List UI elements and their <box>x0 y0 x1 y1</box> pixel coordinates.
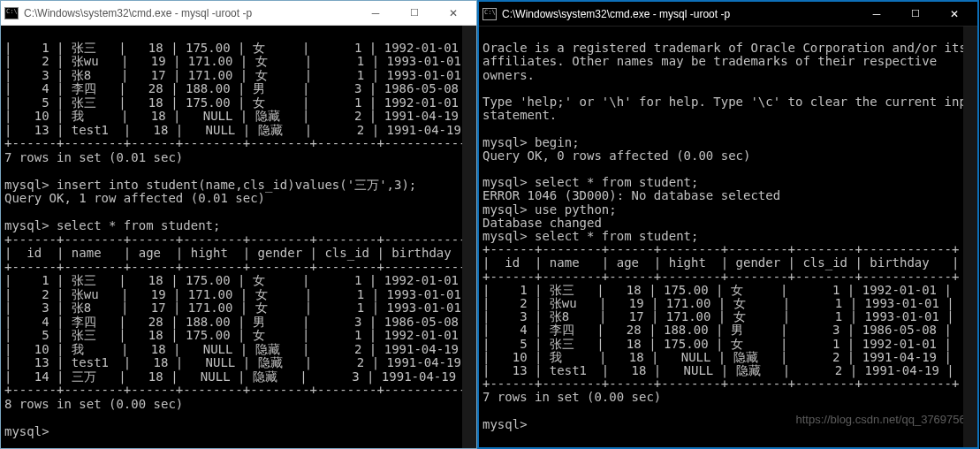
help-text: Type 'help;' or '\h' for help. Type '\c'… <box>482 95 977 109</box>
table-border: +------+--------+------+--------+-------… <box>4 136 476 150</box>
error-line: ERROR 1046 (3D000): No database selected <box>482 188 780 202</box>
close-button[interactable] <box>434 2 473 25</box>
banner-text: owners. <box>482 68 535 82</box>
table-row: | 4 | 李四 | 28 | 188.00 | 男 | 3 | 1986-05… <box>482 323 952 337</box>
maximize-button[interactable] <box>896 3 935 26</box>
table-row: | 13 | test1 | 18 | NULL | 隐藏 | 2 | 1991… <box>482 363 954 377</box>
table-border: +------+--------+------+--------+-------… <box>482 270 959 284</box>
minimize-button[interactable] <box>857 3 896 26</box>
query-ok: Query OK, 0 rows affected (0.00 sec) <box>482 148 750 163</box>
result-line: 8 rows in set (0.00 sec) <box>4 397 183 411</box>
table-border: +------+--------+------+--------+-------… <box>482 377 959 391</box>
terminal-window-left: C:\Windows\system32\cmd.exe - mysql -uro… <box>0 0 477 449</box>
window-title-right: C:\Windows\system32\cmd.exe - mysql -uro… <box>502 8 857 20</box>
watermark-text: https://blog.csdn.net/qq_37697566 <box>796 413 973 426</box>
query-ok: Query OK, 1 row affected (0.01 sec) <box>4 191 265 205</box>
help-text: statement. <box>482 108 557 122</box>
table-row: | 3 | 张8 | 17 | 171.00 | 女 | 1 | 1993-01… <box>4 68 476 82</box>
table-row: | 13 | test1 | 18 | NULL | 隐藏 | 2 | 1991… <box>4 123 476 137</box>
table-row: | 2 | 张wu | 19 | 171.00 | 女 | 1 | 1993-0… <box>4 287 476 301</box>
table-row: | 10 | 我 | 18 | NULL | 隐藏 | 2 | 1991-04-… <box>4 342 474 356</box>
sql-insert: mysql> insert into student(name,cls_id)v… <box>4 178 416 192</box>
window-controls-right <box>857 3 974 26</box>
window-controls-left <box>356 2 473 25</box>
table-row: | 3 | 张8 | 17 | 171.00 | 女 | 1 | 1993-01… <box>482 309 954 323</box>
terminal-output-right[interactable]: Oracle is a registered trademark of Orac… <box>479 27 977 447</box>
db-changed: Database changed <box>482 216 602 230</box>
table-row: | 1 | 张三 | 18 | 175.00 | 女 | 1 | 1992-01… <box>4 273 474 287</box>
titlebar-right[interactable]: C:\Windows\system32\cmd.exe - mysql -uro… <box>479 2 977 27</box>
table-row: | 4 | 李四 | 28 | 188.00 | 男 | 3 | 1986-05… <box>4 315 474 329</box>
result-line: 7 rows in set (0.00 sec) <box>482 390 661 404</box>
maximize-button[interactable] <box>395 2 434 25</box>
mysql-prompt: mysql> <box>482 417 528 431</box>
titlebar-left[interactable]: C:\Windows\system32\cmd.exe - mysql -uro… <box>1 1 476 26</box>
sql-select: mysql> select * from student; <box>482 175 698 189</box>
sql-select: mysql> select * from student; <box>482 229 698 243</box>
table-row: | 3 | 张8 | 17 | 171.00 | 女 | 1 | 1993-01… <box>4 301 476 315</box>
cmd-icon <box>4 7 19 19</box>
table-row: | 14 | 三万 | 18 | NULL | 隐藏 | 3 | 1991-04… <box>4 369 471 384</box>
table-border: +------+--------+------+--------+-------… <box>4 260 476 274</box>
table-row: | 1 | 张三 | 18 | 175.00 | 女 | 1 | 1992-01… <box>4 41 474 55</box>
close-button[interactable] <box>935 3 974 26</box>
table-border: +------+--------+------+--------+-------… <box>482 242 959 256</box>
scrollbar-vertical[interactable] <box>963 27 977 447</box>
table-border: +------+--------+------+--------+-------… <box>4 232 476 247</box>
scrollbar-vertical[interactable] <box>462 26 476 448</box>
result-line: 7 rows in set (0.01 sec) <box>4 150 183 164</box>
banner-text: affiliates. Other names may be trademark… <box>482 54 937 68</box>
table-row: | 5 | 张三 | 18 | 175.00 | 女 | 1 | 1992-01… <box>4 328 474 342</box>
table-row: | 1 | 张三 | 18 | 175.00 | 女 | 1 | 1992-01… <box>482 283 952 297</box>
mysql-prompt: mysql> <box>4 424 49 438</box>
table-row: | 13 | test1 | 18 | NULL | 隐藏 | 2 | 1991… <box>4 355 476 369</box>
sql-begin: mysql> begin; <box>482 135 580 149</box>
sql-select: mysql> select * from student; <box>4 218 220 232</box>
minimize-button[interactable] <box>356 2 395 25</box>
cmd-icon <box>482 8 497 20</box>
table-border: +------+--------+------+--------+-------… <box>4 383 476 397</box>
banner-text: Oracle is a registered trademark of Orac… <box>482 41 967 55</box>
table-row: | 10 | 我 | 18 | NULL | 隐藏 | 2 | 1991-04-… <box>482 350 952 364</box>
table-row: | 10 | 我 | 18 | NULL | 隐藏 | 2 | 1991-04-… <box>4 109 474 123</box>
terminal-window-right: C:\Windows\system32\cmd.exe - mysql -uro… <box>477 0 979 449</box>
table-header: | id | name | age | hight | gender | cls… <box>4 246 476 260</box>
window-title-left: C:\Windows\system32\cmd.exe - mysql -uro… <box>24 7 356 19</box>
table-header: | id | name | age | hight | gender | cls… <box>482 255 959 270</box>
terminal-output-left[interactable]: | 1 | 张三 | 18 | 175.00 | 女 | 1 | 1992-01… <box>1 26 476 448</box>
sql-use: mysql> use python; <box>482 202 617 217</box>
table-row: | 2 | 张wu | 19 | 171.00 | 女 | 1 | 1993-0… <box>4 54 476 68</box>
table-row: | 5 | 张三 | 18 | 175.00 | 女 | 1 | 1992-01… <box>482 337 952 351</box>
table-row: | 2 | 张wu | 19 | 171.00 | 女 | 1 | 1993-0… <box>482 296 954 310</box>
table-row: | 5 | 张三 | 18 | 175.00 | 女 | 1 | 1992-01… <box>4 95 474 110</box>
table-row: | 4 | 李四 | 28 | 188.00 | 男 | 3 | 1986-05… <box>4 81 474 95</box>
